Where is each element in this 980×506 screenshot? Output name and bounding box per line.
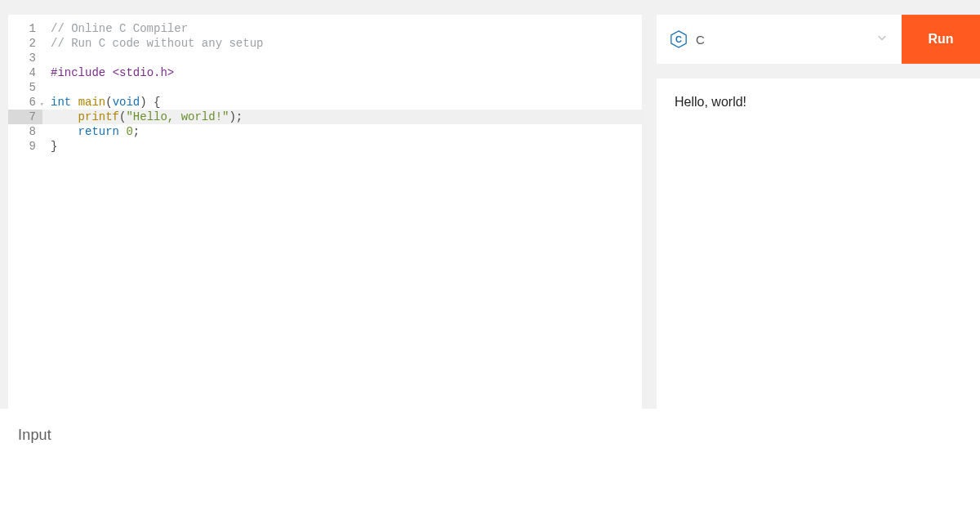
online-compiler-app: 123456▾789 // Online C Compiler// Run C … — [0, 0, 980, 506]
code-line[interactable]: #include <stdio.h> — [42, 65, 642, 80]
code-line[interactable] — [42, 80, 642, 95]
code-line[interactable]: printf("Hello, world!"); — [42, 110, 642, 124]
input-panel[interactable]: Input — [0, 409, 980, 506]
line-number: 6▾ — [8, 95, 42, 110]
run-button[interactable]: Run — [902, 15, 980, 64]
language-name: C — [696, 33, 705, 47]
code-line[interactable]: int main(void) { — [42, 95, 642, 110]
svg-text:C: C — [675, 34, 682, 44]
code-line[interactable]: // Run C code without any setup — [42, 36, 642, 51]
line-number: 5 — [8, 80, 42, 95]
chevron-down-icon — [877, 34, 887, 46]
line-number: 7 — [8, 110, 42, 124]
code-area[interactable]: // Online C Compiler// Run C code withou… — [42, 15, 642, 409]
input-label: Input — [18, 427, 962, 444]
code-line[interactable]: return 0; — [42, 124, 642, 139]
code-editor[interactable]: 123456▾789 // Online C Compiler// Run C … — [8, 15, 642, 409]
line-number: 1 — [8, 21, 42, 36]
right-panel: C C Run Hello, world! — [657, 15, 980, 409]
line-number: 9 — [8, 139, 42, 154]
language-selector[interactable]: C C — [657, 15, 902, 64]
line-number: 8 — [8, 124, 42, 139]
line-number: 4 — [8, 65, 42, 80]
output-text: Hello, world! — [675, 95, 962, 110]
output-panel: Hello, world! — [657, 78, 980, 409]
line-number: 3 — [8, 51, 42, 65]
c-language-icon: C — [670, 30, 688, 48]
code-line[interactable]: // Online C Compiler — [42, 21, 642, 36]
line-number-gutter: 123456▾789 — [8, 15, 42, 409]
code-line[interactable] — [42, 51, 642, 65]
code-line[interactable]: } — [42, 139, 642, 154]
line-number: 2 — [8, 36, 42, 51]
language-run-bar: C C Run — [657, 15, 980, 64]
top-row: 123456▾789 // Online C Compiler// Run C … — [0, 0, 980, 409]
